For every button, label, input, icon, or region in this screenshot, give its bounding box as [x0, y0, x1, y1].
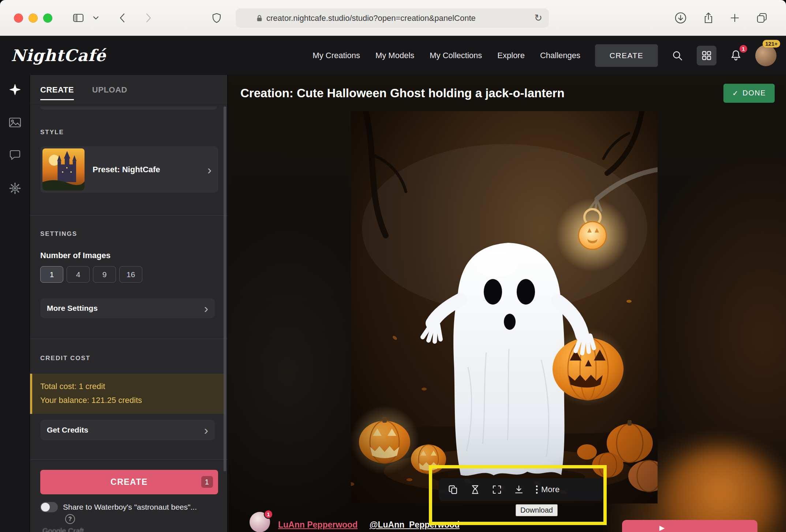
avatar-image: [755, 45, 776, 66]
tab-upload[interactable]: UPLOAD: [92, 85, 127, 100]
count-option-16[interactable]: 16: [119, 266, 142, 283]
close-window-button[interactable]: [14, 14, 23, 23]
count-option-9[interactable]: 9: [93, 266, 116, 283]
app-window: creator.nightcafe.studio/studio?open=cre…: [0, 0, 786, 532]
check-icon: ✓: [732, 89, 739, 98]
kebab-icon: [535, 484, 538, 495]
nav-my-creations[interactable]: My Creations: [312, 51, 360, 60]
share-toggle[interactable]: [40, 502, 58, 512]
toggle-knob: [41, 503, 50, 512]
count-option-4[interactable]: 4: [67, 266, 90, 283]
chat-bubble-icon[interactable]: [7, 147, 23, 163]
clipped-footer-text: Google Craft: [42, 527, 84, 532]
author-badge: 1: [264, 510, 273, 519]
sidebar-chevron-down-icon[interactable]: [91, 10, 101, 26]
nav-my-models[interactable]: My Models: [375, 51, 414, 60]
search-icon[interactable]: [667, 46, 687, 65]
tab-create[interactable]: CREATE: [40, 85, 74, 100]
creation-title: Creation: Cute Halloween Ghost holding a…: [240, 86, 565, 100]
image-count-options: 1 4 9 16: [40, 266, 142, 283]
tab-overview-icon[interactable]: [754, 10, 770, 26]
minimize-window-button[interactable]: [29, 14, 38, 23]
back-button[interactable]: [114, 10, 130, 26]
notification-badge: 1: [739, 44, 748, 53]
divider: [30, 339, 227, 339]
more-settings-button[interactable]: More Settings ›: [40, 298, 215, 318]
site-header: NightCafé My Creations My Models My Coll…: [0, 36, 786, 75]
nightcafe-logo[interactable]: NightCafé: [11, 46, 106, 65]
divider: [30, 215, 227, 216]
create-button-label: CREATE: [111, 477, 148, 487]
nav-explore[interactable]: Explore: [497, 51, 525, 60]
create-button[interactable]: CREATE 1: [40, 470, 218, 494]
url-text: creator.nightcafe.studio/studio?open=cre…: [266, 14, 476, 23]
style-preset-card[interactable]: Preset: NightCafe ›: [40, 146, 218, 193]
panel-scrollbar[interactable]: [224, 106, 226, 471]
tool-rail: [0, 75, 30, 532]
nav-challenges[interactable]: Challenges: [540, 51, 580, 60]
download-icon[interactable]: [513, 484, 524, 495]
privacy-shield-icon[interactable]: [209, 10, 225, 26]
author-name[interactable]: LuAnn Pepperwood: [278, 520, 358, 530]
more-menu-button[interactable]: More: [535, 484, 559, 495]
count-option-1[interactable]: 1: [40, 266, 63, 283]
number-of-images-label: Number of Images: [40, 251, 111, 260]
header-create-button[interactable]: CREATE: [595, 44, 658, 67]
chevron-right-icon: ›: [204, 424, 208, 436]
more-label: More: [541, 485, 559, 494]
copy-icon[interactable]: [448, 484, 458, 495]
settings-section-heading: SETTINGS: [40, 230, 77, 238]
new-tab-icon[interactable]: [727, 10, 743, 26]
done-button[interactable]: ✓ DONE: [723, 84, 775, 103]
author-handle[interactable]: @LuAnn_Pepperwood: [370, 520, 460, 530]
forward-button[interactable]: [141, 10, 157, 26]
scrolled-card-edge: [40, 106, 217, 110]
author-avatar[interactable]: 1: [250, 512, 270, 532]
panel-tabs: CREATE UPLOAD: [30, 75, 227, 105]
sidebar-toggle-icon[interactable]: [70, 10, 86, 26]
chevron-right-icon: ›: [204, 302, 208, 314]
more-settings-label: More Settings: [47, 304, 98, 313]
browser-chrome: creator.nightcafe.studio/studio?open=cre…: [0, 0, 786, 36]
share-toggle-label: Share to Waterboy's "astronaut bees"...: [63, 503, 197, 512]
play-icon: ▶: [659, 524, 665, 532]
credit-total-text: Total cost: 1 credit: [40, 380, 225, 393]
style-section-heading: STYLE: [40, 129, 64, 136]
gallery-image-icon[interactable]: [7, 114, 23, 131]
get-credits-label: Get Credits: [47, 426, 88, 434]
create-panel: CREATE UPLOAD STYLE: [30, 75, 228, 532]
credit-cost-heading: CREDIT COST: [40, 355, 90, 362]
bottom-action-button[interactable]: ▶: [622, 520, 757, 532]
notifications-bell-icon[interactable]: 1: [726, 46, 746, 65]
avatar-level-badge: 121+: [763, 40, 780, 48]
lock-icon: [256, 15, 263, 22]
share-toggle-row: Share to Waterboy's "astronaut bees"...: [40, 502, 197, 512]
zoom-window-button[interactable]: [43, 14, 52, 23]
ambient-pumpkin-glow: [662, 448, 779, 532]
apps-grid-icon[interactable]: [697, 46, 716, 65]
download-tooltip: Download: [516, 504, 558, 516]
nav-my-collections[interactable]: My Collections: [430, 51, 482, 60]
help-icon[interactable]: ?: [65, 514, 75, 524]
divider: [30, 459, 227, 460]
window-controls: [14, 14, 52, 23]
creation-image[interactable]: [351, 111, 658, 503]
ai-brain-icon[interactable]: [7, 82, 23, 98]
hourglass-icon[interactable]: [469, 484, 480, 495]
downloads-icon[interactable]: [673, 10, 689, 26]
chevron-right-icon: ›: [207, 163, 212, 176]
share-icon[interactable]: [700, 10, 716, 26]
address-bar[interactable]: creator.nightcafe.studio/studio?open=cre…: [236, 8, 549, 28]
user-avatar[interactable]: 121+: [755, 45, 776, 66]
creation-view: Creation: Cute Halloween Ghost holding a…: [229, 75, 786, 532]
settings-gear-icon[interactable]: [7, 180, 23, 196]
get-credits-button[interactable]: Get Credits ›: [40, 420, 215, 440]
create-cost-badge: 1: [201, 476, 213, 488]
done-label: DONE: [742, 89, 766, 97]
fullscreen-icon[interactable]: [491, 484, 502, 495]
preset-thumbnail: [42, 148, 85, 190]
preset-label: Preset: NightCafe: [93, 165, 160, 174]
reload-icon[interactable]: ↻: [534, 12, 542, 24]
credit-balance-text: Your balance: 121.25 credits: [40, 393, 225, 407]
creation-header: Creation: Cute Halloween Ghost holding a…: [229, 75, 786, 111]
